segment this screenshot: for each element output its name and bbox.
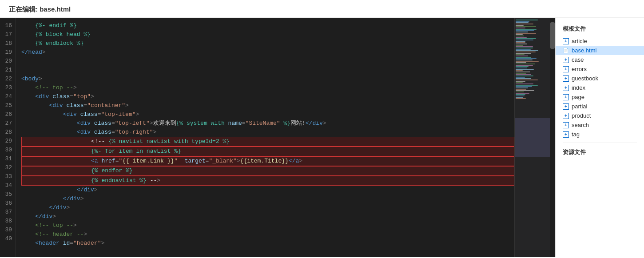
editing-prefix: 正在编辑: [9, 5, 38, 13]
sidebar-item-label: product [572, 112, 591, 119]
code-line: <div class="top-item"> [21, 110, 514, 119]
minimap-inner [515, 18, 550, 257]
folder-icon: + [563, 122, 569, 128]
folder-icon: + [563, 85, 569, 91]
vertical-scrollbar[interactable] [550, 18, 555, 257]
sidebar-item-search[interactable]: +search [556, 120, 644, 130]
code-line: <body> [21, 75, 514, 83]
sidebar-item-label: search [572, 122, 589, 128]
folder-icon: + [563, 94, 569, 100]
code-line [21, 57, 514, 66]
code-line: <!-- {% navList navList with typeId=2 %} [21, 137, 514, 147]
code-line: </div> [21, 186, 514, 194]
sidebar-item-base-html[interactable]: 📄base.html [556, 46, 644, 55]
scrollbar-thumb[interactable] [550, 22, 555, 49]
sidebar-item-label: tag [572, 131, 580, 138]
code-line: {% block head %} [21, 30, 514, 39]
minimap [514, 18, 550, 257]
folder-icon: + [563, 113, 569, 119]
sidebar: 模板文件 +article📄base.html+case+errors+gues… [555, 18, 644, 257]
editor-area[interactable]: 1617181920212223242526272829303132333435… [0, 18, 555, 257]
sidebar-item-label: guestbook [572, 75, 598, 82]
minimap-lines [515, 18, 550, 101]
code-line: </head> [21, 48, 514, 57]
code-line: <!-- top --> [21, 83, 514, 92]
line-numbers: 1617181920212223242526272829303132333435… [0, 18, 16, 257]
sidebar-item-product[interactable]: +product [556, 111, 644, 120]
folder-icon: + [563, 38, 569, 44]
sidebar-item-label: article [572, 38, 587, 44]
folder-icon: + [563, 75, 569, 82]
editor-scroll: 1617181920212223242526272829303132333435… [0, 18, 555, 257]
code-line: {%- for item in navList %} [21, 147, 514, 156]
editing-filename: base.html [40, 5, 71, 13]
code-line: </div> [21, 194, 514, 203]
sidebar-item-label: index [572, 84, 585, 91]
sidebar-item-label: base.html [572, 47, 596, 54]
sidebar-items: +article📄base.html+case+errors+guestbook… [556, 36, 644, 139]
sidebar-item-tag[interactable]: +tag [556, 130, 644, 139]
code-line: {% endblock %} [21, 39, 514, 48]
code-line: </div> [21, 203, 514, 212]
sidebar-item-guestbook[interactable]: +guestbook [556, 74, 644, 83]
code-content[interactable]: {%- endif %} {% block head %} {% endbloc… [16, 18, 514, 257]
sidebar-item-page[interactable]: +page [556, 92, 644, 102]
folder-icon: + [563, 131, 569, 138]
sidebar-item-article[interactable]: +article [556, 36, 644, 46]
code-line: <div class="top-right"> [21, 128, 514, 137]
code-line [21, 66, 514, 75]
sidebar-item-label: errors [572, 66, 587, 72]
folder-icon: + [563, 103, 569, 110]
file-icon: 📄 [563, 48, 569, 54]
code-line: {% endfor %} [21, 166, 514, 176]
sidebar-item-case[interactable]: +case [556, 55, 644, 64]
sidebar-item-label: page [572, 94, 584, 100]
code-line: <div class="top-left">欢迎来到{% system with… [21, 119, 514, 128]
sidebar-item-errors[interactable]: +errors [556, 64, 644, 74]
sidebar-item-partial[interactable]: +partial [556, 102, 644, 111]
folder-icon: + [563, 57, 569, 63]
sidebar-divider [563, 143, 637, 143]
folder-icon: + [563, 66, 569, 72]
sidebar-item-label: case [572, 56, 584, 63]
minimap-highlight [515, 118, 550, 156]
page-header: 正在编辑: base.html [0, 0, 644, 18]
code-line: <div class="container"> [21, 101, 514, 110]
code-line: </div> [21, 212, 514, 221]
resource-files-title: 资源文件 [556, 147, 644, 160]
code-line: <!-- header --> [21, 230, 514, 239]
code-line: <!-- top --> [21, 221, 514, 230]
main-layout: 1617181920212223242526272829303132333435… [0, 18, 644, 257]
code-line: <a href="{{ item.Link }}" target="_blank… [21, 156, 514, 166]
template-files-title: 模板文件 [556, 23, 644, 36]
code-line: {% endnavList %} --> [21, 176, 514, 186]
sidebar-item-index[interactable]: +index [556, 83, 644, 92]
code-line: {%- endif %} [21, 21, 514, 30]
code-line: <header id="header"> [21, 239, 514, 248]
code-line: <div class="top"> [21, 92, 514, 101]
sidebar-item-label: partial [572, 103, 587, 110]
